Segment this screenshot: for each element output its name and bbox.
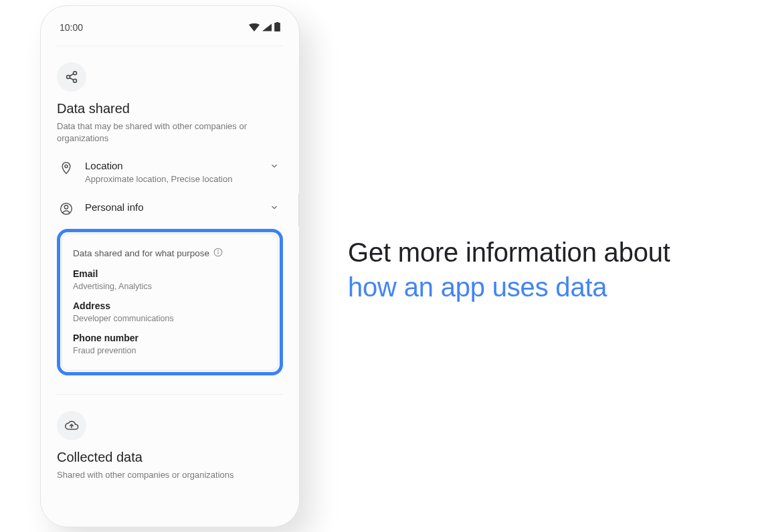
row-location-title: Location [85, 160, 232, 171]
highlight-item: Email Advertising, Analytics [73, 268, 267, 291]
shared-title: Data shared [57, 101, 283, 116]
row-location-sub: Approximate location, Precise location [85, 174, 232, 184]
collected-title: Collected data [57, 450, 283, 465]
svg-point-3 [67, 75, 70, 78]
signal-icon [262, 23, 272, 33]
svg-rect-0 [274, 22, 280, 31]
svg-line-5 [70, 74, 74, 76]
highlight-item-title: Address [73, 300, 267, 311]
svg-point-9 [64, 205, 68, 209]
svg-point-7 [65, 165, 68, 168]
wifi-icon [249, 23, 260, 33]
row-personal-title: Personal info [85, 201, 144, 213]
headline-line1: Get more information about [348, 238, 670, 267]
svg-point-4 [74, 79, 77, 82]
highlight-item-title: Email [73, 268, 267, 279]
divider [57, 394, 283, 395]
collected-subtitle: Shared with other companies or organizat… [57, 469, 258, 482]
chevron-down-icon [270, 203, 279, 215]
highlight-item: Address Developer communications [73, 300, 267, 323]
row-personal-info[interactable]: Personal info [57, 187, 283, 221]
svg-rect-1 [276, 22, 279, 23]
headline-line2: how an app uses data [348, 272, 607, 302]
highlight-item-title: Phone number [73, 333, 267, 343]
highlight-item-sub: Developer communications [73, 314, 267, 323]
shared-subtitle: Data that may be shared with other compa… [57, 120, 258, 146]
marketing-headline: Get more information about how an app us… [348, 228, 749, 304]
cloud-upload-icon [57, 411, 86, 440]
highlighted-card-inner: Data shared and for what purpose Email A… [62, 234, 278, 371]
highlight-item-sub: Fraud prevention [73, 346, 267, 355]
phone-mockup: 10:00 Data sh [40, 5, 300, 527]
status-time: 10:00 [60, 22, 83, 33]
divider [57, 46, 283, 46]
highlight-item: Phone number Fraud prevention [73, 333, 267, 355]
row-location[interactable]: Location Approximate location, Precise l… [57, 145, 283, 187]
info-icon[interactable] [213, 248, 223, 259]
highlight-item-sub: Advertising, Analytics [73, 282, 267, 291]
status-bar: 10:00 [57, 21, 283, 46]
highlight-heading: Data shared and for what purpose [73, 248, 209, 258]
location-pin-icon [60, 161, 74, 178]
svg-point-12 [218, 250, 219, 251]
highlight-heading-row: Data shared and for what purpose [73, 248, 267, 259]
person-icon [60, 202, 74, 218]
highlighted-card: Data shared and for what purpose Email A… [57, 229, 283, 375]
svg-line-6 [70, 78, 74, 80]
chevron-down-icon [270, 161, 279, 173]
status-icons-group [249, 22, 280, 33]
svg-point-2 [74, 71, 77, 74]
battery-icon [274, 22, 280, 33]
share-icon [57, 62, 86, 92]
